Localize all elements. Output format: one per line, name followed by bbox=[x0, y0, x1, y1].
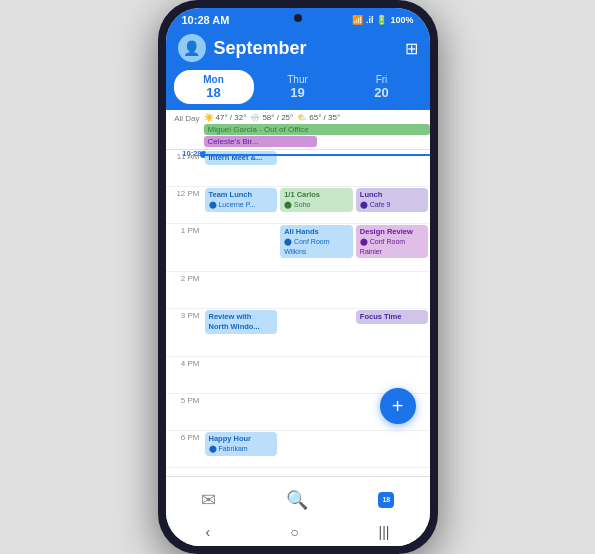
weather-temp: 47° / 32° bbox=[216, 113, 247, 122]
day-label: Thur bbox=[264, 74, 332, 85]
home-button[interactable]: ○ bbox=[290, 524, 298, 540]
weather-temp: 58° / 25° bbox=[262, 113, 293, 122]
battery-icon: 🔋 bbox=[376, 15, 387, 25]
avatar[interactable]: 👤 bbox=[178, 34, 206, 62]
time-label: 11 AM bbox=[166, 150, 204, 186]
allday-row: All Day ☀️ 47° / 32° 🌧️ 58° / 25° ⛅ bbox=[166, 110, 430, 150]
time-row-3pm: 3 PM Review with North Windo... Focus Ti… bbox=[166, 309, 430, 357]
time-col-1 bbox=[279, 357, 354, 393]
time-col-2 bbox=[355, 431, 430, 467]
time-row-11am: 11 AM Intern Meet &... bbox=[166, 150, 430, 187]
event-loc: ⬤ Lucerne P... bbox=[209, 201, 256, 208]
allday-event-celeste[interactable]: Celeste's Bir... bbox=[204, 136, 317, 147]
status-icons: 📶 .il 🔋 100% bbox=[352, 15, 414, 25]
time-row-12pm: 12 PM Team Lunch ⬤ Lucerne P... 1/1 Carl… bbox=[166, 187, 430, 224]
time-col-2 bbox=[355, 272, 430, 308]
nav-search[interactable]: 🔍 bbox=[286, 489, 308, 511]
weather-temp: 65° / 35° bbox=[309, 113, 340, 122]
time-col-0: Team Lunch ⬤ Lucerne P... bbox=[204, 187, 279, 223]
time-label: 4 PM bbox=[166, 357, 204, 393]
day-tabs: Mon 18 Thur 19 Fri 20 bbox=[166, 70, 430, 110]
weather-fri: ⛅ 65° / 35° bbox=[297, 113, 340, 122]
time-col-0 bbox=[204, 224, 279, 271]
cloud-icon: ⛅ bbox=[297, 113, 307, 122]
system-nav: ‹ ○ ||| bbox=[166, 520, 430, 546]
nav-mail[interactable]: ✉ bbox=[201, 489, 216, 511]
time-col-0: Review with North Windo... bbox=[204, 309, 279, 356]
weather-mon: ☀️ 47° / 32° bbox=[204, 113, 247, 122]
camera-notch bbox=[294, 14, 302, 22]
add-event-fab[interactable]: + bbox=[380, 388, 416, 424]
time-cols: All Hands ⬤ Conf Room Wilkins Design Rev… bbox=[204, 224, 430, 271]
time-label: 1 PM bbox=[166, 224, 204, 271]
now-line bbox=[204, 154, 430, 156]
sun-icon: ☀️ bbox=[204, 113, 214, 122]
time-label: 5 PM bbox=[166, 394, 204, 430]
time-col-2 bbox=[355, 357, 430, 393]
time-row-4pm: 4 PM bbox=[166, 357, 430, 394]
phone-frame: 10:28 AM 📶 .il 🔋 100% 👤 September ⊞ Mon … bbox=[158, 0, 438, 554]
time-col-0 bbox=[204, 272, 279, 308]
time-label: 6 PM bbox=[166, 431, 204, 467]
status-time: 10:28 AM bbox=[182, 14, 230, 26]
time-col-1 bbox=[279, 431, 354, 467]
view-toggle-icon[interactable]: ⊞ bbox=[405, 39, 418, 58]
calendar-header: 👤 September ⊞ bbox=[166, 30, 430, 70]
day-num: 20 bbox=[348, 85, 416, 100]
time-label: 12 PM bbox=[166, 187, 204, 223]
phone-screen: 10:28 AM 📶 .il 🔋 100% 👤 September ⊞ Mon … bbox=[166, 8, 430, 546]
time-col-1: All Hands ⬤ Conf Room Wilkins bbox=[279, 224, 354, 271]
time-col-1 bbox=[279, 394, 354, 430]
allday-events: ☀️ 47° / 32° 🌧️ 58° / 25° ⛅ 65° / 35° Mi… bbox=[204, 112, 430, 147]
nav-calendar[interactable]: 18 bbox=[378, 492, 394, 508]
event-lunch[interactable]: Lunch ⬤ Cafe 9 bbox=[356, 188, 429, 212]
time-row-2pm: 2 PM bbox=[166, 272, 430, 309]
day-num: 19 bbox=[264, 85, 332, 100]
time-cols bbox=[204, 272, 430, 308]
event-focus-time[interactable]: Focus Time bbox=[356, 310, 429, 324]
event-team-lunch[interactable]: Team Lunch ⬤ Lucerne P... bbox=[205, 188, 278, 212]
allday-event-miguel[interactable]: Miguel Garcia - Out of Office bbox=[204, 124, 430, 135]
time-col-1 bbox=[279, 309, 354, 356]
event-loc: ⬤ Fabrikam bbox=[209, 445, 248, 452]
back-button[interactable]: ‹ bbox=[205, 524, 210, 540]
time-cols: Team Lunch ⬤ Lucerne P... 1/1 Carlos ⬤ S… bbox=[204, 187, 430, 223]
time-cols: Review with North Windo... Focus Time bbox=[204, 309, 430, 356]
event-loc: ⬤ Conf Room Rainier bbox=[360, 238, 405, 255]
bottom-nav: ✉ 🔍 18 bbox=[166, 476, 430, 520]
day-label: Mon bbox=[180, 74, 248, 85]
event-happy-hour[interactable]: Happy Hour ⬤ Fabrikam bbox=[205, 432, 278, 456]
calendar-badge: 18 bbox=[378, 492, 394, 508]
event-design-review[interactable]: Design Review ⬤ Conf Room Rainier bbox=[356, 225, 429, 258]
weather-thur: 🌧️ 58° / 25° bbox=[250, 113, 293, 122]
event-loc: ⬤ Soho bbox=[284, 201, 310, 208]
day-tab-mon18[interactable]: Mon 18 bbox=[174, 70, 254, 104]
event-all-hands[interactable]: All Hands ⬤ Conf Room Wilkins bbox=[280, 225, 353, 258]
time-col-2: Lunch ⬤ Cafe 9 bbox=[355, 187, 430, 223]
signal-icon: .il bbox=[366, 15, 374, 25]
event-carlos[interactable]: 1/1 Carlos ⬤ Soho bbox=[280, 188, 353, 212]
mail-icon: ✉ bbox=[201, 489, 216, 511]
time-row-1pm: 1 PM All Hands ⬤ Conf Room Wilkins Desig… bbox=[166, 224, 430, 272]
time-col-2: Focus Time bbox=[355, 309, 430, 356]
month-title: September bbox=[214, 38, 397, 59]
event-review-north[interactable]: Review with North Windo... bbox=[205, 310, 278, 334]
event-loc: ⬤ Cafe 9 bbox=[360, 201, 391, 208]
time-col-0 bbox=[204, 394, 279, 430]
allday-label: All Day bbox=[166, 112, 204, 123]
calendar-body: All Day ☀️ 47° / 32° 🌧️ 58° / 25° ⛅ bbox=[166, 110, 430, 476]
time-col-1: 1/1 Carlos ⬤ Soho bbox=[279, 187, 354, 223]
time-col-0 bbox=[204, 357, 279, 393]
day-tab-thur19[interactable]: Thur 19 bbox=[258, 70, 338, 104]
battery-pct: 100% bbox=[390, 15, 413, 25]
weather-row: ☀️ 47° / 32° 🌧️ 58° / 25° ⛅ 65° / 35° bbox=[204, 112, 430, 123]
day-label: Fri bbox=[348, 74, 416, 85]
time-label: 2 PM bbox=[166, 272, 204, 308]
rain-icon: 🌧️ bbox=[250, 113, 260, 122]
recents-button[interactable]: ||| bbox=[379, 524, 390, 540]
day-tab-fri20[interactable]: Fri 20 bbox=[342, 70, 422, 104]
time-col-0: Happy Hour ⬤ Fabrikam bbox=[204, 431, 279, 467]
time-cols: Happy Hour ⬤ Fabrikam bbox=[204, 431, 430, 467]
time-col-2: Design Review ⬤ Conf Room Rainier bbox=[355, 224, 430, 271]
time-label: 3 PM bbox=[166, 309, 204, 356]
